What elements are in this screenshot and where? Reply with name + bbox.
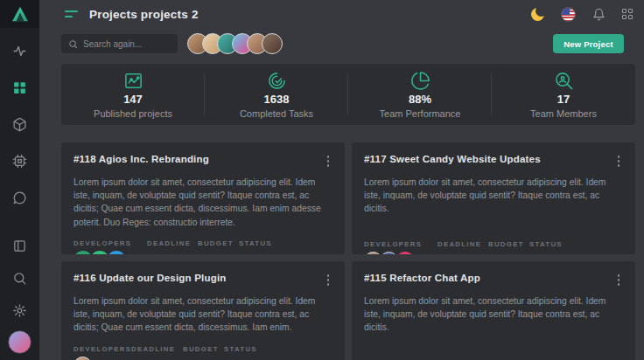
project-card-description: Lorem ipsum dolor sit amet, consectetur … [74, 176, 332, 230]
bell-icon [592, 8, 606, 21]
developer-avatar-photo[interactable] [74, 357, 92, 360]
developer-avatar-photo[interactable] [380, 252, 398, 254]
project-card-title: #115 Refactor Chat App [364, 273, 480, 283]
stat-completed-tasks: 1638 Completed Tasks [205, 64, 348, 125]
stat-label: Team Members [530, 108, 597, 119]
layout-panel-icon [12, 239, 27, 253]
budget-label: BUDGET [183, 345, 224, 353]
apps-grid-icon[interactable] [622, 9, 634, 20]
stat-value: 147 [123, 93, 143, 107]
gear-icon [12, 303, 27, 318]
search-icon [12, 271, 27, 286]
cpu-icon [12, 154, 27, 169]
project-card-description: Lorem ipsum dolor sit amet, consectetur … [364, 176, 623, 216]
chat-bubble-icon [12, 190, 27, 205]
developers-label: DEVELOPERS [74, 239, 147, 247]
stat-value: 17 [557, 93, 570, 107]
user-profile-avatar[interactable] [8, 330, 32, 354]
sidebar-item-projects[interactable] [8, 112, 32, 136]
sidebar-item-search[interactable] [8, 266, 32, 290]
search-input[interactable] [83, 39, 171, 49]
card-menu-kebab-icon[interactable] [324, 154, 333, 169]
stat-published-projects: 147 Published projects [61, 64, 205, 125]
developer-avatar-sd[interactable]: SD [90, 251, 109, 254]
project-card-118[interactable]: #118 Agios Inc. Rebranding Lorem ipsum d… [61, 142, 345, 254]
line-chart-icon [123, 70, 144, 91]
developers-label: DEVELOPERS [74, 345, 131, 353]
stats-panel: 147 Published projects 1638 Completed Ta… [61, 64, 635, 125]
sidebar-bottom-group [8, 233, 32, 360]
sidebar-item-layout[interactable] [8, 233, 32, 258]
sidebar-item-activity[interactable] [8, 38, 32, 63]
status-label: STATUS [529, 240, 576, 248]
package-icon [12, 117, 27, 132]
us-flag-icon[interactable] [561, 7, 576, 22]
sidebar-item-dashboard[interactable] [8, 75, 32, 100]
sidebar [0, 0, 39, 360]
developer-avatar-photo[interactable] [364, 252, 382, 254]
card-menu-kebab-icon[interactable] [614, 154, 624, 169]
sidebar-item-messages[interactable] [8, 185, 32, 210]
developer-avatar-fe[interactable]: FE [74, 251, 93, 254]
target-check-icon [267, 70, 287, 91]
developer-avatar-nj[interactable]: NJ [107, 251, 126, 254]
project-card-116[interactable]: #116 Update our Design Plugin Lorem ipsu… [61, 261, 345, 360]
notifications-button[interactable] [592, 8, 606, 21]
project-card-title: #117 Sweet Candy Website Updates [364, 154, 541, 164]
card-menu-kebab-icon[interactable] [324, 273, 333, 287]
budget-label: BUDGET [198, 239, 239, 247]
stat-value: 1638 [264, 93, 290, 107]
menu-toggle-button[interactable] [65, 10, 79, 17]
project-card-115[interactable]: #115 Refactor Chat App Lorem ipsum dolor… [352, 261, 635, 360]
stat-label: Published projects [94, 108, 172, 119]
deadline-label: DEADLINE [147, 239, 198, 247]
sidebar-nav [8, 38, 32, 222]
pie-chart-icon [410, 70, 430, 91]
stat-team-members: 17 Team Members [492, 64, 635, 125]
developers-label: DEVELOPERS [364, 240, 438, 248]
team-avatar-group [187, 33, 283, 54]
search-box[interactable] [61, 34, 178, 53]
deadline-label: DEADLINE [131, 345, 183, 353]
project-card-description: Lorem ipsum dolor sit amet, consectetur … [364, 294, 623, 335]
activity-icon [12, 44, 27, 59]
search-icon [68, 39, 78, 49]
topbar: Projects projects 2 [39, 0, 644, 28]
deadline-label: DEADLINE [438, 240, 488, 248]
toolbar: New Project [39, 28, 644, 54]
status-label: STATUS [224, 345, 270, 353]
developer-avatar-group: DC [364, 252, 438, 254]
app-logo[interactable] [0, 0, 39, 28]
triangle-logo-icon [11, 6, 29, 22]
status-label: STATUS [239, 239, 285, 247]
project-card-title: #118 Agios Inc. Rebranding [74, 154, 209, 164]
stat-value: 88% [409, 93, 431, 107]
sidebar-item-system[interactable] [8, 149, 32, 173]
stat-label: Completed Tasks [240, 108, 313, 119]
developer-avatar-group [74, 357, 131, 360]
project-card-description: Lorem ipsum dolor sit amet, consectetur … [74, 294, 332, 335]
new-project-button[interactable]: New Project [553, 34, 624, 53]
project-card-title: #116 Update our Design Plugin [74, 273, 227, 283]
topbar-actions [531, 7, 634, 22]
card-menu-kebab-icon[interactable] [614, 273, 624, 287]
main-area: Projects projects 2 New [39, 0, 644, 360]
developer-avatar-group: FE SD NJ [74, 251, 147, 254]
stat-team-performance: 88% Team Performance [348, 64, 492, 125]
developer-avatar-dc[interactable]: DC [396, 252, 415, 254]
budget-label: BUDGET [488, 240, 529, 248]
page-title: Projects projects 2 [89, 8, 199, 21]
member-search-icon [554, 70, 574, 91]
project-cards-grid: #118 Agios Inc. Rebranding Lorem ipsum d… [61, 142, 635, 360]
team-avatar-6[interactable] [262, 33, 283, 54]
dashboard-grid-icon [12, 80, 27, 95]
sidebar-item-settings[interactable] [8, 298, 32, 322]
stat-label: Team Performance [380, 108, 461, 119]
moon-icon[interactable] [531, 8, 544, 21]
project-card-117[interactable]: #117 Sweet Candy Website Updates Lorem i… [352, 142, 635, 254]
